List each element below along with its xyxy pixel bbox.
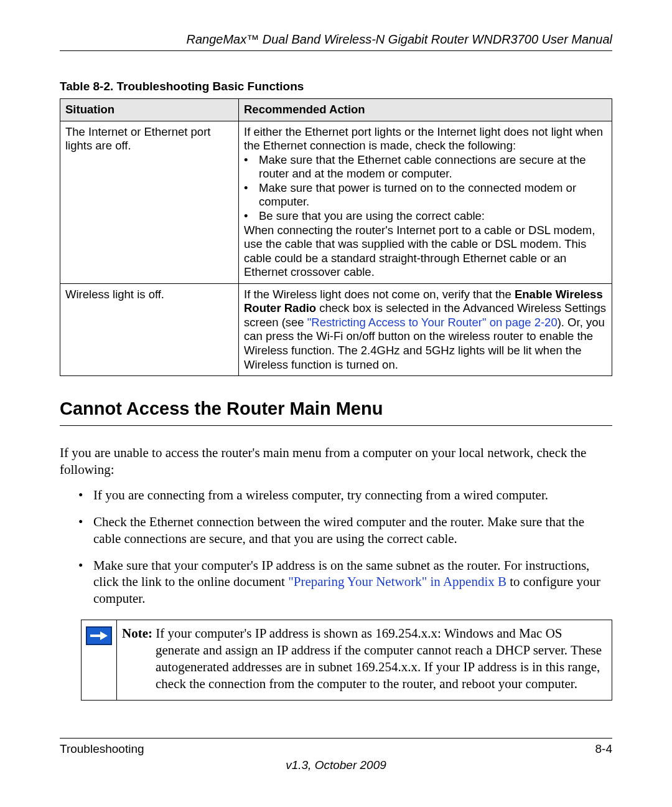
note-body: generate and assign an IP address if the…: [122, 642, 605, 692]
action-bullet: Make sure that the Ethernet cable connec…: [253, 153, 607, 181]
list-item-text: Check the Ethernet connection between th…: [93, 514, 584, 546]
xref-link[interactable]: "Restricting Access to Your Router" on p…: [307, 316, 558, 329]
list-item-text: If you are connecting from a wireless co…: [93, 488, 548, 503]
footer-section: Troubleshooting: [60, 742, 144, 756]
table-header-row: Situation Recommended Action: [60, 99, 612, 121]
note-icon-cell: [82, 620, 117, 700]
action-trailing: When connecting the router's Internet po…: [244, 224, 595, 279]
action-intro: If either the Ethernet port lights or th…: [244, 125, 603, 153]
troubleshooting-table: Situation Recommended Action The Interne…: [60, 98, 612, 376]
list-item: Make sure that your computer's IP addres…: [78, 557, 612, 608]
action-cell: If the Wireless light does not come on, …: [239, 283, 612, 375]
action-bullet: Be sure that you are using the correct c…: [253, 209, 485, 224]
situation-cell: The Internet or Ethernet port lights are…: [60, 121, 239, 283]
note-text: Note: If your computer's IP address is s…: [117, 620, 612, 700]
section-intro: If you are unable to access the router's…: [60, 445, 612, 478]
col-header-action: Recommended Action: [239, 99, 612, 121]
section-heading: Cannot Access the Router Main Menu: [60, 399, 612, 426]
action-bullet: Make sure that power is turned on to the…: [253, 181, 607, 209]
running-head: RangeMax™ Dual Band Wireless-N Gigabit R…: [60, 32, 612, 51]
list-item: Check the Ethernet connection between th…: [78, 514, 612, 547]
xref-link[interactable]: "Preparing Your Network" in Appendix B: [288, 574, 506, 589]
page: { "header": { "running_head": "RangeMax™…: [0, 0, 672, 807]
note-box: Note: If your computer's IP address is s…: [81, 620, 612, 701]
footer-page-number: 8-4: [595, 742, 612, 756]
note-first-line: If your computer's IP address is shown a…: [152, 626, 562, 641]
page-footer: Troubleshooting 8-4 v1.3, October 2009: [60, 738, 612, 772]
table-row: Wireless light is off. If the Wireless l…: [60, 283, 612, 375]
action-cell: If either the Ethernet port lights or th…: [239, 121, 612, 283]
table-caption: Table 8-2. Troubleshooting Basic Functio…: [60, 80, 612, 93]
section-bullet-list: If you are connecting from a wireless co…: [60, 487, 612, 607]
col-header-situation: Situation: [60, 99, 239, 121]
action-pre: If the Wireless light does not come on, …: [244, 288, 515, 301]
list-item: If you are connecting from a wireless co…: [78, 487, 612, 504]
note-label: Note:: [122, 626, 152, 641]
footer-version: v1.3, October 2009: [60, 758, 612, 772]
situation-cell: Wireless light is off.: [60, 283, 239, 375]
table-row: The Internet or Ethernet port lights are…: [60, 121, 612, 283]
arrow-right-icon: [86, 626, 112, 645]
